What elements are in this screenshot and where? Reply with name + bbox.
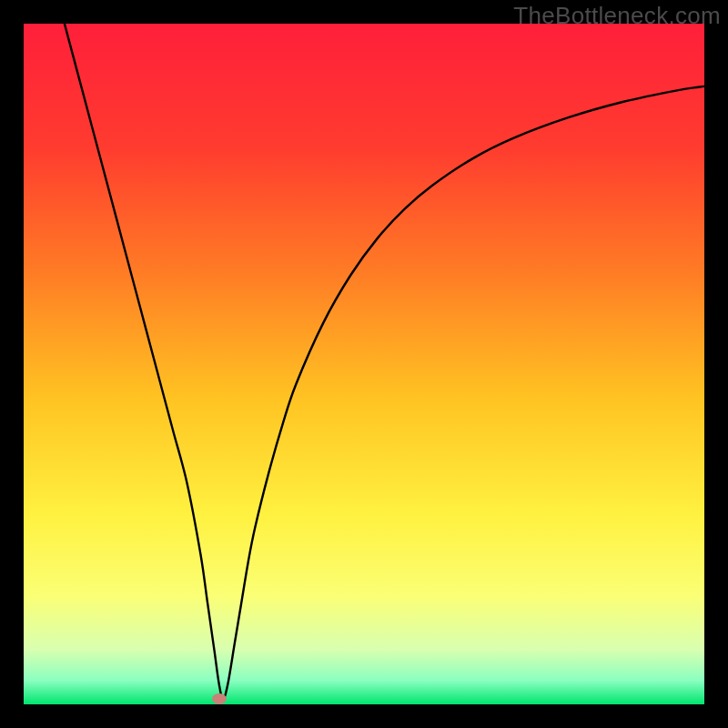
bottleneck-chart	[24, 24, 704, 704]
watermark-text: TheBottleneck.com	[513, 2, 721, 30]
chart-frame	[24, 24, 704, 704]
optimum-marker	[212, 693, 227, 704]
gradient-bg	[24, 24, 704, 704]
